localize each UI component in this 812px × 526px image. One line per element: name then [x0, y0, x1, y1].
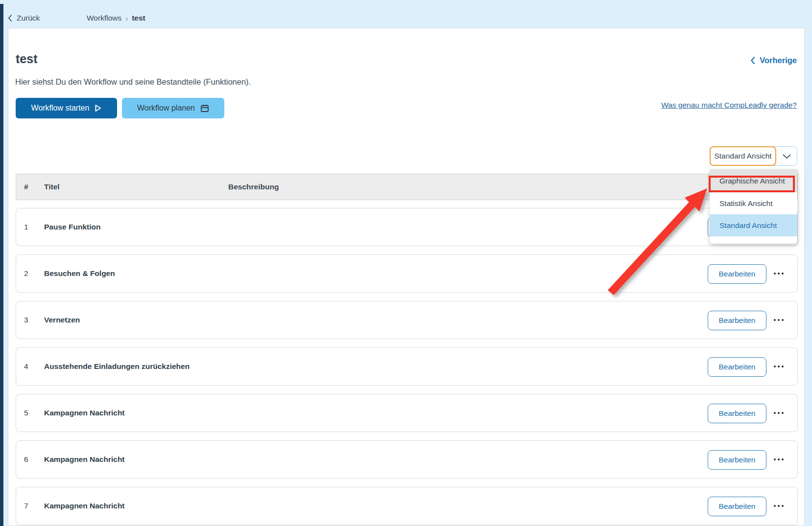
table-row: 4 Ausstehende Einladungen zurückziehen B… [16, 347, 798, 386]
previous-label: Vorherige [760, 56, 797, 65]
edit-button[interactable]: Bearbeiten [708, 450, 766, 470]
breadcrumb: Workflows › test [87, 14, 145, 23]
breadcrumb-root[interactable]: Workflows [87, 14, 121, 23]
row-number: 1 [24, 223, 28, 231]
back-button[interactable]: Zurück [8, 14, 40, 23]
row-title: Kampagnen Nachricht [44, 455, 125, 464]
row-more-button[interactable] [774, 273, 784, 274]
row-number: 4 [24, 362, 28, 371]
menu-item-statistik-ansicht[interactable]: Statistik Ansicht [710, 192, 797, 214]
chevron-left-icon [750, 56, 755, 65]
row-title: Besuchen & Folgen [44, 269, 115, 278]
edit-button[interactable]: Bearbeiten [708, 357, 766, 377]
calendar-icon [200, 104, 209, 113]
column-header-title: Titel [44, 183, 60, 191]
play-icon [95, 104, 101, 112]
row-title: Vernetzen [44, 316, 80, 324]
table-row: 7 Kampagnen Nachricht Bearbeiten [16, 487, 798, 525]
chevron-down-icon [783, 154, 791, 159]
row-number: 7 [24, 502, 28, 510]
row-more-button[interactable] [774, 366, 784, 367]
view-select-dropdown[interactable]: Standard Ansicht [710, 146, 797, 166]
row-more-button[interactable] [774, 412, 784, 414]
row-number: 5 [24, 409, 28, 417]
menu-item-label: Graphische Ansicht [719, 177, 785, 185]
table-header: # Titel Beschreibung [16, 174, 798, 200]
breadcrumb-current: test [132, 14, 145, 23]
row-title: Kampagnen Nachricht [44, 409, 125, 417]
workflow-detail-page: Zurück Workflows › test test Hier siehst… [0, 0, 812, 526]
menu-item-label: Statistik Ansicht [719, 199, 773, 208]
schedule-workflow-label: Workflow planen [137, 104, 195, 113]
row-title: Ausstehende Einladungen zurückziehen [44, 362, 190, 371]
table-row: 3 Vernetzen Bearbeiten [16, 301, 798, 339]
help-link[interactable]: Was genau macht CompLeadly gerade? [661, 101, 797, 110]
row-title: Kampagnen Nachricht [44, 502, 125, 510]
row-more-button[interactable] [774, 458, 784, 460]
start-workflow-button[interactable]: Workflow starten [16, 98, 117, 118]
left-edge-strip [0, 4, 3, 526]
view-select-menu: Graphische Ansicht Statistik Ansicht Sta… [710, 169, 797, 244]
table-row: 2 Besuchen & Folgen Bearbeiten [16, 254, 798, 293]
row-more-button[interactable] [774, 505, 784, 507]
workflow-card: test Hier siehst Du den Workflow und sei… [8, 28, 805, 526]
page-title: test [16, 52, 37, 66]
edit-button[interactable]: Bearbeiten [708, 404, 766, 423]
menu-item-graphische-ansicht[interactable]: Graphische Ansicht [710, 169, 797, 192]
edit-button[interactable]: Bearbeiten [708, 311, 766, 330]
previous-link[interactable]: Vorherige [750, 56, 797, 65]
row-title: Pause Funktion [44, 223, 100, 231]
edit-button[interactable]: Bearbeiten [708, 497, 766, 516]
chevron-left-icon [8, 14, 12, 22]
back-label: Zurück [17, 14, 40, 23]
menu-item-label: Standard Ansicht [719, 221, 777, 230]
page-subtitle: Hier siehst Du den Workflow und seine Be… [15, 77, 251, 87]
row-number: 2 [24, 269, 28, 278]
table-row: 1 Pause Funktion Bearbeiten [16, 208, 798, 246]
schedule-workflow-button[interactable]: Workflow planen [122, 98, 224, 118]
edit-button[interactable]: Bearbeiten [708, 264, 766, 284]
start-workflow-label: Workflow starten [31, 104, 90, 113]
breadcrumb-separator: › [121, 14, 132, 23]
row-more-button[interactable] [774, 319, 784, 321]
table-row: 5 Kampagnen Nachricht Bearbeiten [16, 394, 798, 432]
row-number: 3 [24, 316, 28, 324]
view-select-value-box: Standard Ansicht [710, 146, 776, 166]
row-number: 6 [24, 455, 28, 464]
column-header-description: Beschreibung [228, 183, 279, 191]
view-select-value: Standard Ansicht [714, 152, 771, 160]
column-header-num: # [24, 183, 28, 191]
table-row: 6 Kampagnen Nachricht Bearbeiten [16, 440, 798, 479]
menu-item-standard-ansicht[interactable]: Standard Ansicht [710, 214, 797, 236]
